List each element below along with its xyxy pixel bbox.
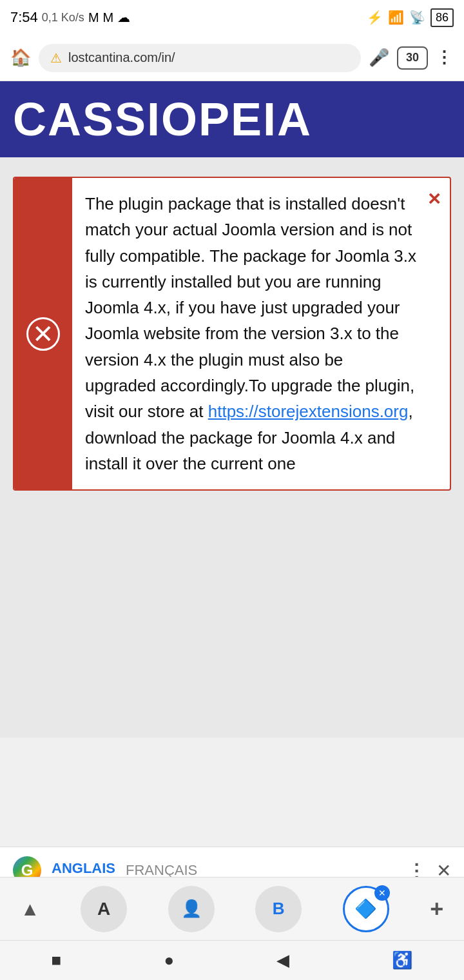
wifi-icon: 📡 xyxy=(409,10,425,25)
bottom-nav: ▲ A 👤 B 🔷 ✕ + xyxy=(0,877,464,940)
alert-sidebar: ✕ xyxy=(14,178,72,489)
content-area: ✕ × The plugin package that is installed… xyxy=(0,157,464,738)
battery-indicator: 86 xyxy=(430,8,454,27)
signal-icon: 📶 xyxy=(388,10,404,25)
alert-icon: ✕ xyxy=(26,317,60,351)
add-button[interactable]: + xyxy=(430,896,443,923)
status-network: 0,1 Ko/s xyxy=(42,11,84,24)
microphone-button[interactable]: 🎤 xyxy=(369,48,389,68)
alert-content: × The plugin package that is installed d… xyxy=(72,178,450,489)
status-right: ⚡ 📶 📡 86 xyxy=(367,8,454,27)
browser-menu-button[interactable]: ⋮ xyxy=(436,48,454,68)
text-label: A xyxy=(97,899,110,919)
up-button[interactable]: ▲ xyxy=(21,898,40,920)
text-button[interactable]: A xyxy=(81,886,127,932)
url-text: lostcantina.com/in/ xyxy=(68,50,349,65)
bluetooth-icon: ⚡ xyxy=(367,10,383,25)
layout-icon: 👤 xyxy=(181,899,202,919)
alert-message-start: The plugin package that is installed doe… xyxy=(85,194,416,421)
bold-button[interactable]: B xyxy=(255,886,302,932)
home-nav-button[interactable]: ● xyxy=(164,950,174,970)
status-left: 7:54 0,1 Ko/s M M ☁ xyxy=(10,9,130,26)
accessibility-button[interactable]: ♿ xyxy=(392,950,412,970)
joomla-icon: 🔷 xyxy=(354,898,377,919)
joomla-badge: ✕ xyxy=(374,885,390,901)
tab-count: 30 xyxy=(406,51,419,64)
gmail-icon-2: M xyxy=(103,10,114,25)
stop-button[interactable]: ■ xyxy=(52,950,62,970)
browser-bar: 🏠 ⚠ lostcantina.com/in/ 🎤 30 ⋮ xyxy=(0,35,464,81)
joomla-button[interactable]: 🔷 ✕ xyxy=(343,886,389,932)
store-link[interactable]: https://storejextensions.org xyxy=(208,402,409,421)
status-time: 7:54 xyxy=(10,9,38,26)
tabs-button[interactable]: 30 xyxy=(397,46,428,70)
back-button[interactable]: ◀ xyxy=(276,950,289,970)
site-title: CASSIOPEIA xyxy=(13,93,312,146)
alert-box: ✕ × The plugin package that is installed… xyxy=(13,177,451,491)
warning-icon: ⚠ xyxy=(50,50,62,66)
alert-text: The plugin package that is installed doe… xyxy=(85,191,437,476)
url-bar[interactable]: ⚠ lostcantina.com/in/ xyxy=(39,44,361,72)
alert-close-button[interactable]: × xyxy=(428,187,441,209)
cloud-icon: ☁ xyxy=(117,10,130,25)
home-button[interactable]: 🏠 xyxy=(10,48,31,68)
layout-button[interactable]: 👤 xyxy=(168,886,215,932)
android-nav: ■ ● ◀ ♿ xyxy=(0,940,464,980)
status-bar: 7:54 0,1 Ko/s M M ☁ ⚡ 📶 📡 86 xyxy=(0,0,464,35)
bold-label: B xyxy=(273,899,285,919)
gmail-icon: M xyxy=(88,10,99,25)
site-header: CASSIOPEIA xyxy=(0,81,464,157)
